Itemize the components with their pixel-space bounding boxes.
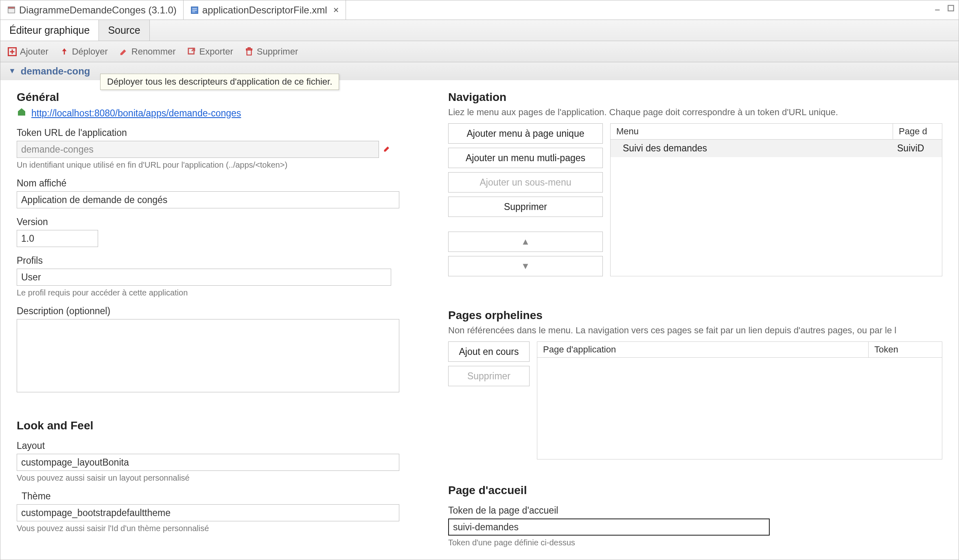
- move-up-button[interactable]: ▲: [448, 232, 603, 252]
- layout-input[interactable]: [17, 454, 399, 471]
- maximize-icon[interactable]: [947, 4, 955, 14]
- delete-button[interactable]: Supprimer: [245, 46, 298, 57]
- add-icon: [8, 47, 17, 56]
- token-input[interactable]: [17, 141, 379, 158]
- table-row[interactable]: Suivi des demandes SuiviD: [611, 140, 942, 157]
- orphan-desc: Non référencées dans le menu. La navigat…: [448, 325, 942, 336]
- token-label: Token URL de l'application: [17, 127, 416, 138]
- token-col-header[interactable]: Token: [869, 342, 942, 357]
- menu-col-header[interactable]: Menu: [611, 124, 893, 139]
- version-input[interactable]: [17, 230, 98, 247]
- add-label: Ajouter: [20, 46, 48, 57]
- rename-label: Renommer: [131, 46, 176, 57]
- xml-file-icon: [190, 6, 199, 15]
- menu-cell: Suivi des demandes: [611, 140, 893, 157]
- deploy-label: Déployer: [72, 46, 108, 57]
- svg-rect-3: [935, 9, 939, 10]
- delete-label: Supprimer: [257, 46, 298, 57]
- description-label: Description (optionnel): [17, 306, 416, 317]
- add-orphan-button[interactable]: Ajout en cours: [448, 341, 530, 362]
- delete-orphan-button[interactable]: Supprimer: [448, 366, 530, 386]
- subtab-source[interactable]: Source: [99, 20, 149, 41]
- app-col-header[interactable]: Page d'application: [537, 342, 869, 357]
- section-title: demande-cong: [21, 66, 90, 77]
- trash-icon: [245, 47, 254, 56]
- profiles-input[interactable]: [17, 269, 391, 286]
- add-button[interactable]: Ajouter: [8, 46, 48, 57]
- expand-icon[interactable]: ▼: [9, 67, 16, 75]
- add-single-menu-button[interactable]: Ajouter menu à page unique: [448, 123, 603, 144]
- navigation-desc: Liez le menu aux pages de l'application.…: [448, 107, 942, 118]
- lookfeel-heading: Look and Feel: [17, 419, 416, 432]
- move-down-button[interactable]: ▼: [448, 256, 603, 276]
- close-icon[interactable]: ✕: [333, 6, 339, 15]
- page-cell: SuiviD: [893, 140, 942, 157]
- window-controls: [934, 4, 955, 14]
- add-multi-menu-button[interactable]: Ajouter un menu mutli-pages: [448, 148, 603, 168]
- orphan-heading: Pages orphelines: [448, 309, 942, 322]
- theme-label: Thème: [22, 491, 416, 502]
- deploy-icon: [60, 47, 69, 56]
- displayname-label: Nom affiché: [17, 178, 416, 189]
- profiles-hint: Le profil requis pour accéder à cette ap…: [17, 288, 416, 298]
- homepage-token-input[interactable]: [448, 518, 770, 536]
- minimize-icon[interactable]: [934, 4, 941, 14]
- sub-tab-bar: Éditeur graphique Source: [0, 20, 959, 41]
- tab-application-descriptor[interactable]: applicationDescriptorFile.xml ✕: [184, 0, 346, 20]
- add-submenu-button[interactable]: Ajouter un sous-menu: [448, 172, 603, 192]
- description-textarea[interactable]: [17, 319, 399, 392]
- toolbar: Ajouter Déployer Renommer Exporter Suppr…: [0, 41, 959, 62]
- export-button[interactable]: Exporter: [187, 46, 233, 57]
- rename-button[interactable]: Renommer: [119, 46, 176, 57]
- tab-diagram[interactable]: DiagrammeDemandeConges (3.1.0): [0, 0, 184, 20]
- homepage-token-hint: Token d'une page définie ci-dessus: [448, 538, 942, 547]
- profiles-label: Profils: [17, 255, 416, 266]
- delete-menu-button[interactable]: Supprimer: [448, 197, 603, 217]
- version-label: Version: [17, 217, 416, 228]
- homepage-heading: Page d'accueil: [448, 484, 942, 497]
- deploy-button[interactable]: Déployer: [60, 46, 108, 57]
- export-label: Exporter: [199, 46, 233, 57]
- theme-input[interactable]: [17, 504, 399, 521]
- editor-tab-bar: DiagrammeDemandeConges (3.1.0) applicati…: [0, 0, 959, 20]
- layout-label: Layout: [17, 440, 416, 451]
- diagram-icon: [7, 6, 16, 15]
- homepage-token-label: Token de la page d'accueil: [448, 505, 942, 516]
- edit-icon[interactable]: [383, 144, 391, 155]
- displayname-input[interactable]: [17, 191, 399, 208]
- deploy-tooltip: Déployer tous les descripteurs d'applica…: [100, 74, 339, 90]
- token-hint: Un identifiant unique utilisé en fin d'U…: [17, 160, 416, 170]
- layout-hint: Vous pouvez aussi saisir un layout perso…: [17, 473, 416, 483]
- tab-label: DiagrammeDemandeConges (3.1.0): [19, 4, 177, 16]
- page-col-header[interactable]: Page d: [893, 124, 942, 139]
- menu-table: Menu Page d Suivi des demandes SuiviD: [610, 123, 942, 276]
- subtab-graphical-editor[interactable]: Éditeur graphique: [0, 20, 99, 41]
- theme-hint: Vous pouvez aussi saisir l'Id d'un thème…: [17, 524, 416, 533]
- home-icon: [17, 107, 26, 119]
- general-heading: Général: [17, 91, 416, 104]
- tab-label: applicationDescriptorFile.xml: [202, 4, 327, 16]
- orphan-table: Page d'application Token: [537, 341, 942, 459]
- export-icon: [187, 47, 196, 56]
- app-url-link[interactable]: http://localhost:8080/bonita/apps/demand…: [31, 108, 241, 119]
- navigation-heading: Navigation: [448, 91, 942, 104]
- rename-icon: [119, 47, 128, 56]
- svg-rect-4: [948, 5, 954, 11]
- svg-rect-1: [8, 7, 15, 8]
